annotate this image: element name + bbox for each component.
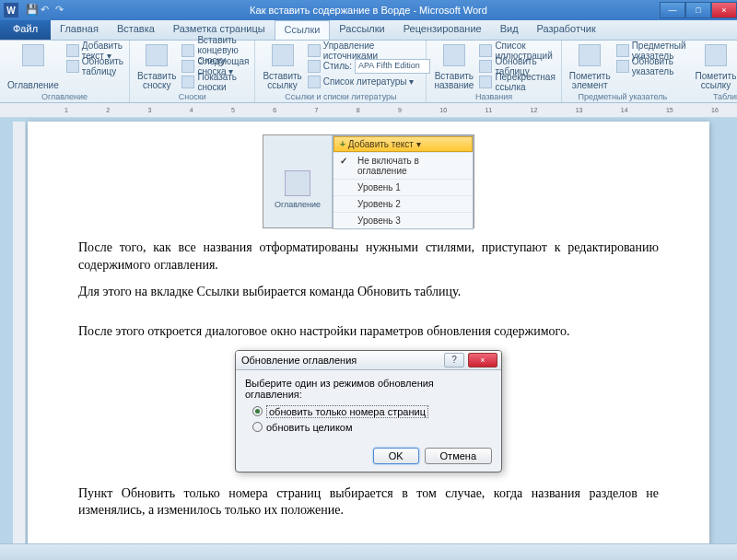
- window-controls: — □ ×: [660, 2, 737, 18]
- embed-dd-exclude: Не включать в оглавление: [333, 152, 473, 179]
- radio-entire-label: обновить целиком: [266, 422, 353, 433]
- tab-review[interactable]: Рецензирование: [394, 20, 491, 40]
- show-notes-button[interactable]: Показать сноски: [180, 74, 251, 89]
- qat-save-icon[interactable]: 💾: [26, 4, 39, 17]
- group-citations: Вставить ссылку Управление источниками С…: [255, 41, 427, 102]
- close-button[interactable]: ×: [711, 2, 737, 18]
- insert-citation-label: Вставить ссылку: [263, 72, 301, 90]
- paragraph-4[interactable]: Пункт Обновить только номера страниц выб…: [78, 485, 659, 520]
- dialog-titlebar: Обновление оглавления ? ×: [236, 351, 501, 370]
- ribbon: Оглавление Добавить текст ▾ Обновить таб…: [0, 41, 737, 103]
- update-index-label: Обновить указатель: [632, 56, 686, 76]
- refresh-icon: [479, 60, 492, 73]
- tab-file[interactable]: Файл: [0, 20, 51, 40]
- embed-dd-level3: Уровень 3: [333, 212, 473, 228]
- mark-entry-button[interactable]: Пометить элемент: [566, 42, 614, 92]
- radio-pages-only: обновить только номера страниц: [245, 403, 492, 420]
- dialog-close-button: ×: [468, 353, 497, 368]
- group-citations-label: Ссылки и списки литературы: [255, 92, 426, 101]
- group-captions-label: Названия: [427, 92, 560, 101]
- status-bar: [0, 543, 737, 560]
- bib-icon: [308, 76, 321, 88]
- refresh-icon: [66, 60, 79, 73]
- dialog-title-text: Обновление оглавления: [241, 355, 357, 366]
- tab-view[interactable]: Вид: [491, 20, 528, 40]
- radio-icon: [252, 422, 263, 432]
- document-area[interactable]: Оглавление AB1 +Добавить текст ▾ Не вклю…: [0, 118, 737, 558]
- next-icon: [181, 60, 194, 73]
- quick-access-toolbar: 💾 ↶ ↷: [26, 4, 68, 17]
- dialog-help-button: ?: [444, 353, 464, 368]
- cross-ref-button[interactable]: Перекрестная ссылка: [477, 74, 556, 89]
- group-index: Пометить элемент Предметный указатель Об…: [562, 41, 737, 102]
- show-icon: [181, 76, 194, 88]
- tab-developer[interactable]: Разработчик: [528, 20, 605, 40]
- mark-cite-icon: [705, 44, 727, 66]
- qat-undo-icon[interactable]: ↶: [41, 4, 53, 17]
- toc-icon: [22, 44, 44, 66]
- radio-pages-label: обновить только номера страниц: [266, 405, 428, 418]
- mark-entry-label: Пометить элемент: [569, 72, 611, 90]
- tab-insert[interactable]: Вставка: [108, 20, 164, 40]
- mark-citation-button[interactable]: Пометить ссылку: [692, 42, 737, 92]
- v-ruler[interactable]: [13, 122, 26, 558]
- ribbon-tabs: Файл Главная Вставка Разметка страницы С…: [0, 20, 737, 41]
- refresh-icon: [616, 60, 629, 73]
- dialog-cancel-button: Отмена: [425, 448, 492, 464]
- cross-ref-label: Перекрестная ссылка: [495, 72, 555, 92]
- style-row: Стиль:APA Fifth Edition: [306, 58, 432, 74]
- embed-dd-header-label: Добавить текст ▾: [348, 139, 421, 149]
- dialog-buttons: OK Отмена: [236, 442, 501, 472]
- plus-icon: [66, 44, 79, 57]
- paragraph-2[interactable]: Для этого на вкладке Ссылки выбирается к…: [78, 284, 659, 301]
- insert-footnote-button[interactable]: Вставить сноску: [134, 42, 180, 92]
- mark-citation-label: Пометить ссылку: [696, 72, 737, 90]
- embed-dd-level1: Уровень 1: [333, 179, 473, 195]
- mark-icon: [579, 44, 601, 66]
- paragraph-3[interactable]: После этого откроется диалоговое окно на…: [78, 323, 659, 341]
- bibliography-label: Список литературы ▾: [323, 76, 415, 87]
- manage-sources-button[interactable]: Управление источниками: [306, 42, 432, 58]
- tab-home[interactable]: Главная: [51, 20, 108, 40]
- group-toc: Оглавление Добавить текст ▾ Обновить таб…: [0, 41, 130, 102]
- figures-icon: [479, 44, 492, 57]
- insert-caption-button[interactable]: Вставить название: [430, 42, 477, 92]
- dialog-prompt: Выберите один из режимов обновления огла…: [245, 378, 492, 400]
- qat-redo-icon[interactable]: ↷: [55, 4, 68, 17]
- embed-toc-label: Оглавление: [275, 200, 321, 209]
- insert-citation-button[interactable]: Вставить ссылку: [259, 42, 305, 92]
- endnote-icon: [181, 44, 194, 57]
- caption-icon: [443, 44, 465, 66]
- group-footnotes-label: Сноски: [130, 92, 254, 101]
- group-index-label: Предметный указатель: [562, 92, 684, 101]
- minimize-button[interactable]: —: [660, 2, 685, 18]
- update-index-button[interactable]: Обновить указатель: [614, 58, 688, 74]
- embed-dd-level2: Уровень 2: [333, 195, 473, 212]
- embedded-dialog-screenshot: Обновление оглавления ? × Выберите один …: [235, 350, 502, 472]
- embedded-menu-screenshot: Оглавление AB1 +Добавить текст ▾ Не вклю…: [263, 134, 474, 228]
- insert-footnote-label: Вставить сноску: [137, 72, 176, 90]
- maximize-button[interactable]: □: [685, 2, 711, 18]
- embed-toc-panel: Оглавление: [263, 135, 333, 228]
- group-footnotes: Вставить сноску Вставить концевую сноску…: [130, 41, 255, 102]
- toc-button[interactable]: Оглавление: [4, 42, 63, 92]
- group-tol-label: Таблица ссылок: [684, 92, 737, 101]
- radio-icon: [252, 406, 263, 416]
- window-title: Как вставить содержание в Ворде - Micros…: [250, 5, 487, 16]
- style-combo[interactable]: APA Fifth Edition: [355, 59, 430, 74]
- update-toc-button[interactable]: Обновить таблицу: [64, 58, 125, 74]
- tab-mailings[interactable]: Рассылки: [330, 20, 393, 40]
- style-label: Стиль:: [323, 61, 352, 71]
- bibliography-button[interactable]: Список литературы ▾: [306, 74, 432, 89]
- word-icon: W: [4, 3, 18, 18]
- paragraph-1[interactable]: После того, как все названия отформатиро…: [78, 239, 659, 274]
- tab-references[interactable]: Ссылки: [275, 20, 331, 40]
- group-captions: Вставить название Список иллюстраций Обн…: [427, 41, 561, 102]
- sources-icon: [308, 44, 321, 57]
- toc-icon: [285, 170, 310, 196]
- group-toc-label: Оглавление: [0, 92, 129, 101]
- footnote-icon: [146, 44, 168, 66]
- embed-dd-header: +Добавить текст ▾: [333, 136, 473, 152]
- h-ruler[interactable]: 12345678910111213141516: [0, 103, 737, 118]
- toc-button-label: Оглавление: [7, 80, 59, 90]
